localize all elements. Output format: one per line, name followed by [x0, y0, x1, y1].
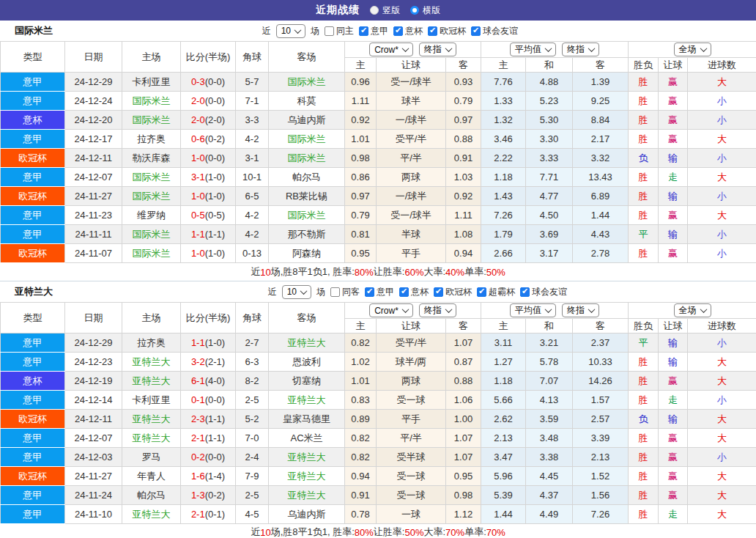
odds-handicap-value: 一/球半	[377, 187, 446, 206]
checkbox-icon[interactable]	[471, 26, 481, 36]
recent-count-select[interactable]: 10	[276, 24, 305, 38]
home-team: 勒沃库森	[122, 149, 181, 168]
checkbox-icon[interactable]	[434, 287, 443, 297]
avg-home-value: 1.43	[481, 187, 526, 206]
match-row: 意甲 24-11-10 亚特兰大 2-1(0-1) 4-5 乌迪内斯 0.78 …	[1, 505, 756, 524]
checkbox-icon[interactable]	[359, 26, 368, 36]
checkbox-icon[interactable]	[399, 287, 409, 297]
odds-home-value: 0.94	[345, 467, 377, 486]
filter-checkbox-item[interactable]: 意杯	[399, 286, 429, 298]
result-goals-value: 小	[688, 92, 756, 111]
avg-away-value: 3.39	[573, 429, 629, 448]
avg-home-value: 1.27	[481, 353, 526, 372]
checkbox-icon[interactable]	[365, 287, 374, 297]
score-fulltime: 0-5	[191, 210, 205, 221]
odds-stage-select[interactable]: 终指	[419, 43, 456, 56]
match-date: 24-12-29	[65, 73, 122, 92]
odds-away-value: 0.97	[446, 111, 481, 130]
scope-select[interactable]: 全场	[674, 303, 711, 317]
filter-checkbox-item[interactable]: 同客	[330, 286, 360, 298]
avg-home-value: 5.96	[481, 467, 526, 486]
checkbox-icon[interactable]	[428, 26, 437, 36]
odds-stage-select[interactable]: 终指	[419, 303, 456, 317]
score: 1-0(1-0)	[181, 244, 236, 263]
result-goals-value: 小	[688, 187, 756, 206]
filter-checkbox-item[interactable]: 意甲	[359, 25, 388, 37]
filter-checkbox-item[interactable]: 意甲	[365, 286, 394, 298]
filter-checkbox-item[interactable]: 意杯	[393, 25, 423, 37]
col-score: 比分(半场)	[181, 303, 236, 334]
col-home: 主场	[122, 303, 181, 334]
checkbox-label: 同主	[336, 25, 354, 37]
avg-company-select[interactable]: 平均值	[510, 43, 556, 56]
type-badge: 意甲	[1, 130, 65, 149]
recent-results-page: 近期战绩 竖版 横版 国际米兰 近 10 场 同主	[0, 0, 756, 538]
avg-draw-value: 7.71	[526, 168, 573, 187]
filter-checkbox-item[interactable]: 超霸杯	[477, 286, 515, 298]
radio-selected-icon[interactable]	[410, 6, 419, 15]
avg-company-select[interactable]: 平均值	[510, 303, 556, 317]
filter-checkbox-item[interactable]: 欧冠杯	[428, 25, 466, 37]
odds-away-value: 0.91	[446, 149, 481, 168]
checkbox-icon[interactable]	[325, 26, 334, 36]
odds-home-value: 0.95	[345, 244, 377, 263]
away-team: 乌迪内斯	[269, 505, 345, 524]
home-team: 亚特兰大	[122, 353, 181, 372]
corner-score: 0-13	[236, 244, 269, 263]
col-result-goals: 进球数	[688, 319, 756, 334]
avg-away-value: 1.44	[573, 206, 629, 225]
away-team: 国际米兰	[269, 206, 345, 225]
odds-company-select[interactable]: Crow*	[369, 43, 413, 56]
col-result-winloss: 胜负	[629, 319, 659, 334]
avg-draw-value: 3.30	[526, 130, 573, 149]
result-handicap-value: 赢	[659, 130, 688, 149]
home-team: 拉齐奥	[122, 130, 181, 149]
type-badge: 意甲	[1, 353, 65, 372]
checkbox-icon[interactable]	[520, 287, 530, 297]
match-row: 意甲 24-12-17 拉齐奥 0-6(0-2) 4-2 国际米兰 1.01 受…	[1, 130, 756, 149]
filter-checkbox-item[interactable]: 球会友谊	[520, 286, 567, 298]
odds-home-value: 0.82	[345, 334, 377, 353]
checkbox-label: 同客	[342, 286, 360, 298]
odds-home-value: 0.78	[345, 505, 377, 524]
match-date: 24-11-07	[65, 244, 122, 263]
odds-away-value: 1.11	[446, 206, 481, 225]
avg-stage-select[interactable]: 终指	[562, 43, 599, 56]
filter-checkbox-item[interactable]: 同主	[325, 25, 354, 37]
odds-handicap-value: 平手	[377, 410, 446, 429]
odds-away-value: 1.06	[446, 391, 481, 410]
home-team: 帕尔马	[122, 486, 181, 505]
filter-checkbox-item[interactable]: 球会友谊	[471, 25, 518, 37]
checkbox-icon[interactable]	[330, 287, 340, 297]
result-winloss-value: 胜	[629, 505, 659, 524]
avg-stage-select[interactable]: 终指	[562, 303, 599, 317]
match-row: 欧冠杯 24-11-07 国际米兰 1-0(1-0) 0-13 阿森纳 0.95…	[1, 244, 756, 263]
recent-count-select[interactable]: 10	[282, 285, 311, 299]
corner-score: 7-0	[236, 429, 269, 448]
checkbox-label: 意杯	[405, 25, 423, 37]
odds-handicap-value: 球半/两	[377, 353, 446, 372]
checkbox-group: 同客 意甲 意杯 欧冠杯	[330, 286, 567, 298]
col-avg-away: 客	[573, 319, 629, 334]
score-fulltime: 0-2	[191, 452, 205, 463]
score-fulltime: 1-0	[191, 191, 205, 202]
odds-company-select[interactable]: Crow*	[369, 303, 413, 317]
results-table-atalanta: 类型 日期 主场 比分(半场) 角球 客场 Crow* 终指 平均值 终指	[0, 302, 756, 524]
scope-select[interactable]: 全场	[674, 43, 711, 56]
filter-checkbox-item[interactable]: 欧冠杯	[434, 286, 472, 298]
checkbox-icon[interactable]	[477, 287, 486, 297]
radio-vertical-layout[interactable]: 竖版	[370, 4, 400, 17]
checkbox-icon[interactable]	[393, 26, 403, 36]
match-date: 24-11-11	[65, 225, 122, 244]
corner-score: 4-2	[236, 206, 269, 225]
radio-horizontal-layout[interactable]: 横版	[410, 4, 440, 17]
match-row: 意杯 24-12-20 国际米兰 2-0(2-0) 3-3 乌迪内斯 0.92 …	[1, 111, 756, 130]
result-winloss-value: 负	[629, 149, 659, 168]
avg-home-value: 2.66	[481, 244, 526, 263]
type-badge: 意甲	[1, 206, 65, 225]
radio-unselected-icon[interactable]	[370, 6, 379, 15]
score: 1-1(1-1)	[181, 225, 236, 244]
checkbox-label: 球会友谊	[532, 286, 567, 298]
odds-handicap-value: 受平/半	[377, 334, 446, 353]
odds-home-value: 1.02	[345, 353, 377, 372]
